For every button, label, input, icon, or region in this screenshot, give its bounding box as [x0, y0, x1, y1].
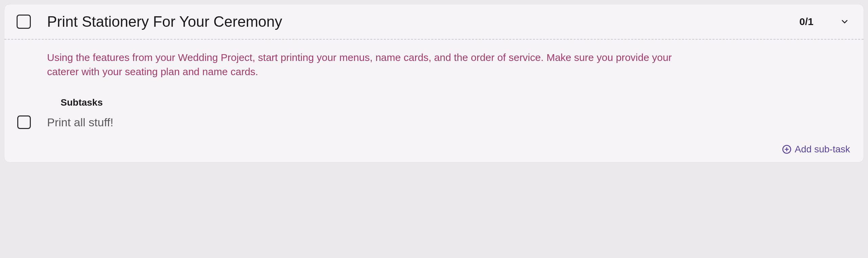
subtasks-heading: Subtasks — [61, 97, 851, 108]
task-title: Print Stationery For Your Ceremony — [47, 13, 783, 30]
task-card: Print Stationery For Your Ceremony 0/1 U… — [4, 4, 864, 163]
task-progress-count: 0/1 — [799, 16, 813, 27]
task-description: Using the features from your Wedding Pro… — [47, 50, 683, 79]
collapse-button[interactable] — [838, 15, 851, 28]
task-header: Print Stationery For Your Ceremony 0/1 — [4, 4, 864, 39]
task-body: Using the features from your Wedding Pro… — [4, 40, 864, 138]
chevron-down-icon — [840, 17, 849, 26]
subtask-title: Print all stuff! — [47, 116, 113, 129]
subtask-checkbox[interactable] — [17, 115, 31, 129]
add-subtask-label: Add sub-task — [795, 144, 850, 155]
subtasks-section: Subtasks Print all stuff! — [47, 97, 851, 130]
add-subtask-row: Add sub-task — [4, 138, 864, 162]
subtask-row: Print all stuff! — [17, 114, 851, 130]
task-checkbox[interactable] — [17, 15, 31, 29]
add-subtask-button[interactable]: Add sub-task — [782, 144, 850, 155]
plus-circle-icon — [782, 145, 791, 154]
